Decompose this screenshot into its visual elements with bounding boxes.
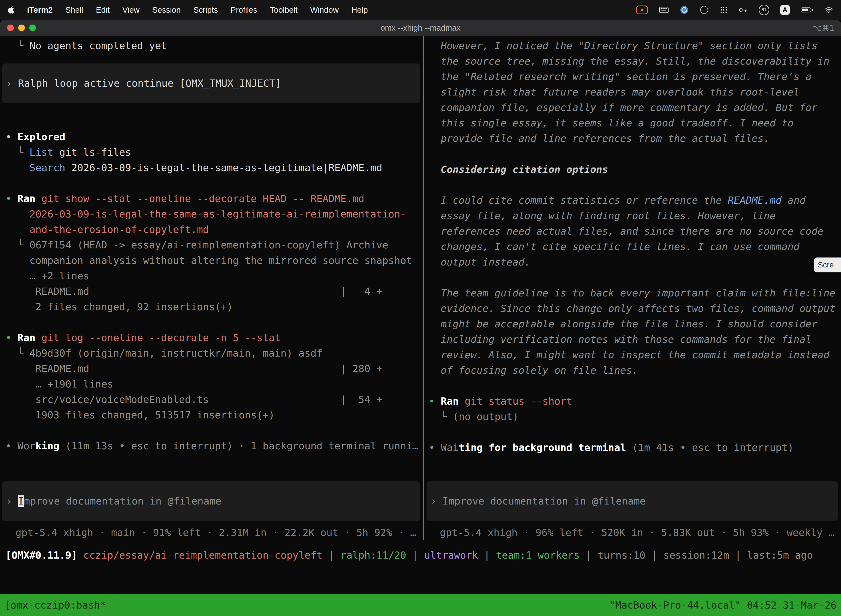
screen-recording-indicator-icon[interactable] — [636, 6, 648, 14]
menu-profiles[interactable]: Profiles — [231, 6, 258, 15]
text-segment: • — [429, 396, 441, 407]
terminal-line: might be acceptable alongside the file l… — [429, 316, 841, 332]
zoom-button[interactable] — [29, 25, 36, 31]
battery-icon[interactable] — [801, 7, 813, 13]
key-icon[interactable] — [739, 7, 748, 13]
text-segment: ting for background terminal — [459, 442, 626, 453]
text-segment: … +1901 lines — [6, 378, 113, 390]
text-segment: 2026-03-09-is-legal-the-same-as-legitima… — [65, 162, 382, 173]
text-segment: 4b9d30f (origin/main, instructkr/main, m… — [29, 348, 322, 359]
tmux-status-bar: [omx-cczip0:bash* "MacBook-Pro-44.local"… — [0, 594, 841, 616]
text-segment: 067f154 (HEAD -> essay/ai-reimplementati… — [29, 239, 388, 251]
terminal-line — [429, 424, 841, 440]
terminal-line: Search 2026-03-09-is-legal-the-same-as-l… — [6, 160, 423, 176]
menu-shell[interactable]: Shell — [65, 6, 84, 15]
prompt-placeholder: Improve documentation in @filename — [442, 496, 646, 507]
iterm2-window: omx --xhigh --madmax ⌥⌘1 └ No agents com… — [0, 20, 841, 616]
text-segment: the source tree, missing the essay. Stil… — [429, 56, 829, 67]
text-segment: [OMX#0.11.9] — [6, 550, 84, 561]
menubar-app-name[interactable]: iTerm2 — [27, 6, 53, 15]
inject-banner: › Ralph loop active continue [OMX_TMUX_I… — [2, 63, 420, 103]
text-segment: 2 files changed, 92 insertions(+) — [6, 301, 233, 312]
input-source-icon[interactable]: A — [780, 5, 790, 15]
text-segment: Explored — [18, 131, 65, 142]
text-segment: | — [580, 550, 598, 561]
terminal-line: The team guideline is to back every impo… — [429, 285, 841, 301]
text-segment: this single essay, it seems like a good … — [429, 117, 794, 129]
close-button[interactable] — [7, 25, 14, 31]
traffic-lights — [0, 25, 36, 31]
grid-dots-icon[interactable] — [719, 6, 728, 14]
text-segment — [6, 208, 29, 220]
menu-scripts[interactable]: Scripts — [193, 6, 218, 15]
tmux-pane-right[interactable]: However, I noticed the "Directory Struct… — [424, 36, 841, 540]
apple-menu-icon[interactable] — [8, 6, 14, 14]
terminal-line: [OMX#0.11.9] cczip/essay/ai-reimplementa… — [6, 547, 841, 563]
text-segment: • — [429, 442, 441, 453]
terminal-line: the source tree, missing the essay. Stil… — [429, 54, 841, 69]
tmux-pane-left[interactable]: └ No agents completed yet › Ralph loop a… — [0, 36, 423, 540]
menu-help[interactable]: Help — [351, 6, 368, 15]
text-segment: companion analysis without altering the … — [6, 255, 412, 266]
menu-session[interactable]: Session — [152, 6, 181, 15]
terminal-line: review. Also, I might want to inspect th… — [429, 347, 841, 363]
text-segment: review. Also, I might want to inspect th… — [429, 349, 829, 361]
text-segment: Ran — [441, 396, 459, 407]
text-segment: and — [782, 195, 806, 206]
text-segment: I could cite commit statistics or refere… — [429, 195, 728, 206]
text-segment: king — [35, 440, 59, 452]
terminal-line: • Ran git show --stat --oneline --decora… — [6, 191, 423, 207]
right-pane-statusline: gpt-5.4 xhigh · 96% left · 520K in · 5.8… — [424, 521, 841, 540]
text-segment: references need actual files, and since … — [429, 226, 823, 237]
text-segment: README.md — [728, 195, 782, 206]
left-pane-output-top: └ No agents completed yet — [0, 36, 423, 54]
prompt-input-left[interactable]: › Improve documentation in @filename — [2, 481, 420, 521]
terminal-line: └ 4b9d30f (origin/main, instructkr/main,… — [6, 346, 423, 361]
terminal-line: └ No agents completed yet — [6, 38, 423, 54]
menu-window[interactable]: Window — [310, 6, 338, 15]
keyboard-icon[interactable] — [659, 6, 669, 14]
text-segment: last:5m ago — [747, 550, 813, 561]
wifi-icon[interactable] — [825, 7, 833, 13]
terminal-area: └ No agents completed yet › Ralph loop a… — [0, 36, 841, 616]
text-segment: • — [6, 440, 18, 452]
gauge-icon[interactable]: 61 — [759, 5, 769, 15]
text-segment: the "Related research writing" section i… — [429, 71, 812, 82]
terminal-line — [6, 176, 423, 191]
terminal-line — [429, 177, 841, 193]
terminal-line: provide file and line references from th… — [429, 131, 841, 146]
blue-app-icon[interactable] — [680, 6, 689, 14]
prompt-chevron: › — [431, 496, 442, 507]
terminal-line: └ List git ls-files — [6, 145, 423, 160]
terminal-line: slight risk that future readers may over… — [429, 84, 841, 100]
minimize-button[interactable] — [18, 25, 25, 31]
terminal-line — [6, 114, 423, 129]
text-segment: | — [478, 550, 496, 561]
terminal-line: README.md | 280 + — [6, 361, 423, 377]
terminal-line: of focusing solely on file lines. — [429, 363, 841, 378]
terminal-line: essay file, along with finding root file… — [429, 208, 841, 224]
menu-toolbelt[interactable]: Toolbelt — [270, 6, 297, 15]
terminal-line: However, I noticed the "Directory Struct… — [429, 38, 841, 54]
window-titlebar[interactable]: omx --xhigh --madmax ⌥⌘1 — [0, 20, 841, 36]
text-segment: Wor — [18, 440, 35, 452]
text-cursor: I — [18, 496, 24, 507]
terminal-line: 2026-03-09-is-legal-the-same-as-legitima… — [6, 207, 423, 222]
menu-view[interactable]: View — [122, 6, 139, 15]
text-segment: might be acceptable alongside the file l… — [429, 318, 818, 330]
popover-text: Scre — [818, 261, 834, 269]
terminal-line: I could cite commit statistics or refere… — [429, 193, 841, 208]
text-segment: git log --oneline --decorate -n 5 --stat — [41, 332, 281, 343]
screen-share-popover[interactable]: Scre — [814, 258, 841, 273]
text-segment: | — [406, 550, 424, 561]
terminal-line — [429, 378, 841, 393]
text-segment: • — [6, 332, 18, 343]
menu-edit[interactable]: Edit — [96, 6, 110, 15]
text-segment: | — [322, 550, 340, 561]
text-segment: List — [29, 147, 54, 158]
prompt-input-right[interactable]: › Improve documentation in @filename — [426, 481, 838, 521]
text-segment: • — [6, 193, 18, 204]
text-segment: README.md | 280 + — [6, 363, 382, 374]
text-segment: git ls-files — [53, 147, 131, 158]
dark-app-icon[interactable] — [700, 6, 709, 14]
